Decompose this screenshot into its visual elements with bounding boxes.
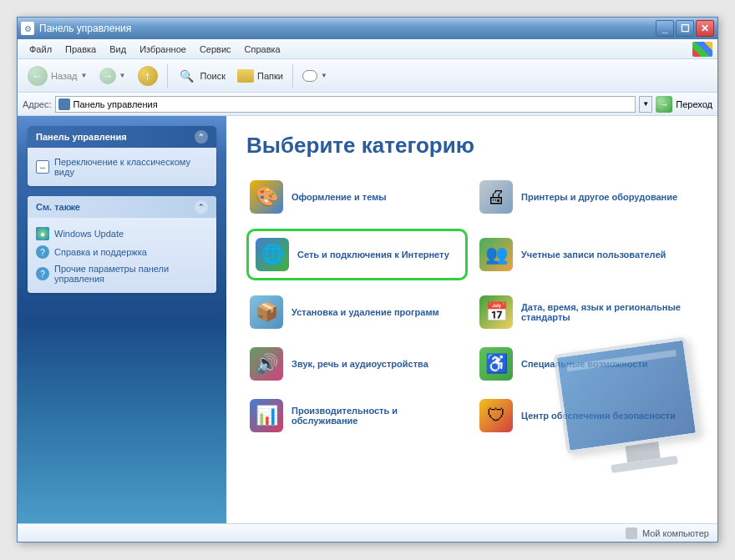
chevron-down-icon: ▼ (119, 72, 126, 79)
category-label: Сеть и подключения к Интернету (297, 250, 449, 260)
address-dropdown[interactable]: ▼ (639, 96, 652, 113)
arrow-right-icon: → (99, 68, 116, 84)
search-button[interactable]: 🔍 Поиск (172, 63, 231, 89)
folders-icon (237, 69, 254, 83)
statusbar: Мой компьютер (18, 523, 717, 542)
forward-button[interactable]: → ▼ (94, 64, 131, 88)
collapse-icon[interactable]: ⌃ (195, 200, 208, 214)
window-title: Панель управления (39, 23, 656, 34)
address-input[interactable]: Панель управления (55, 96, 636, 113)
go-label: Переход (676, 99, 712, 109)
menu-view[interactable]: Вид (103, 42, 133, 57)
category-label: Дата, время, язык и региональные стандар… (521, 302, 694, 322)
toolbar: ← Назад ▼ → ▼ ↑ 🔍 Поиск Папки ▼ (18, 59, 717, 93)
control-panel-icon (58, 98, 70, 110)
category-label: Центр обеспечения безопасности (521, 411, 676, 421)
date-icon: 📅 (479, 295, 513, 329)
category-performance[interactable]: 📊Производительность и обслуживание (246, 396, 468, 436)
menu-favorites[interactable]: Избранное (133, 42, 193, 57)
close-button[interactable]: ✕ (696, 20, 714, 37)
address-value: Панель управления (74, 99, 158, 109)
arrow-left-icon: ← (28, 66, 48, 86)
category-security[interactable]: 🛡Центр обеспечения безопасности (476, 396, 697, 436)
sidebar-panel-see-also: См. также ⌃ ● Windows Update ? Справка и… (28, 196, 216, 293)
computer-icon (626, 527, 637, 539)
page-heading: Выберите категорию (246, 133, 697, 159)
help-icon: ? (36, 267, 49, 280)
sidebar: Панель управления ⌃ ↔ Переключение к кла… (18, 116, 226, 523)
menu-tools[interactable]: Сервис (193, 42, 238, 57)
search-icon: 🔍 (177, 66, 197, 86)
category-users[interactable]: 👥Учетные записи пользователей (476, 229, 697, 280)
menu-help[interactable]: Справка (238, 42, 287, 57)
users-icon: 👥 (479, 238, 513, 271)
control-panel-window: ⚙ Панель управления _ ☐ ✕ Файл Правка Ви… (17, 17, 718, 542)
category-label: Производительность и обслуживание (291, 406, 464, 426)
go-button[interactable]: → (656, 96, 672, 113)
views-icon (302, 70, 317, 82)
separator (292, 64, 293, 88)
folders-button[interactable]: Папки (232, 66, 288, 86)
security-icon: 🛡 (479, 399, 513, 432)
main-area: Панель управления ⌃ ↔ Переключение к кла… (18, 116, 717, 523)
category-date[interactable]: 📅Дата, время, язык и региональные станда… (476, 292, 697, 332)
link-label: Переключение к классическому виду (54, 157, 208, 177)
category-network[interactable]: 🌐Сеть и подключения к Интернету (246, 229, 468, 280)
windows-logo-icon (692, 42, 712, 57)
switch-view-icon: ↔ (36, 160, 49, 174)
category-sound[interactable]: 🔊Звук, речь и аудиоустройства (246, 344, 468, 384)
minimize-button[interactable]: _ (656, 20, 674, 37)
other-options-link[interactable]: ? Прочие параметры панели управления (36, 261, 208, 286)
sound-icon: 🔊 (250, 347, 283, 381)
search-label: Поиск (200, 71, 226, 81)
addressbar: Адрес: Панель управления ▼ → Переход (18, 93, 717, 116)
link-label: Справка и поддержка (54, 247, 147, 257)
switch-classic-view-link[interactable]: ↔ Переключение к классическому виду (36, 154, 208, 179)
link-label: Windows Update (54, 229, 124, 239)
performance-icon: 📊 (250, 399, 283, 432)
content-area: Выберите категорию 🎨Оформление и темы🖨Пр… (226, 116, 717, 523)
category-label: Установка и удаление программ (291, 307, 439, 317)
control-panel-icon: ⚙ (21, 22, 34, 35)
category-printer[interactable]: 🖨Принтеры и другое оборудование (476, 177, 697, 217)
menu-edit[interactable]: Правка (58, 42, 103, 57)
menubar: Файл Правка Вид Избранное Сервис Справка (18, 39, 717, 59)
address-label: Адрес: (23, 99, 52, 109)
status-text: Мой компьютер (642, 528, 709, 538)
help-icon: ? (36, 245, 49, 259)
category-programs[interactable]: 📦Установка и удаление программ (246, 292, 468, 332)
category-label: Звук, речь и аудиоустройства (291, 359, 428, 369)
titlebar[interactable]: ⚙ Панель управления _ ☐ ✕ (18, 18, 717, 39)
back-label: Назад (51, 71, 78, 81)
link-label: Прочие параметры панели управления (54, 264, 208, 284)
category-accessibility[interactable]: ♿Специальные возможности (476, 344, 697, 384)
sidebar-panel-control-panel: Панель управления ⌃ ↔ Переключение к кла… (28, 126, 216, 186)
chevron-down-icon: ▼ (81, 72, 88, 79)
folder-up-icon: ↑ (138, 66, 158, 86)
panel-header[interactable]: Панель управления ⌃ (28, 126, 216, 148)
panel-title: Панель управления (36, 132, 127, 142)
help-support-link[interactable]: ? Справка и поддержка (36, 243, 208, 261)
panel-header[interactable]: См. также ⌃ (28, 196, 216, 218)
folders-label: Папки (257, 71, 283, 81)
printer-icon: 🖨 (479, 180, 513, 214)
separator (167, 64, 168, 88)
network-icon: 🌐 (256, 238, 289, 271)
back-button[interactable]: ← Назад ▼ (23, 63, 93, 89)
chevron-down-icon: ▼ (321, 72, 327, 79)
views-button[interactable]: ▼ (297, 67, 332, 85)
category-label: Принтеры и другое оборудование (521, 192, 677, 202)
accessibility-icon: ♿ (479, 347, 513, 381)
windows-update-link[interactable]: ● Windows Update (36, 225, 208, 243)
category-palette[interactable]: 🎨Оформление и темы (246, 177, 468, 217)
category-label: Специальные возможности (521, 359, 648, 369)
programs-icon: 📦 (250, 295, 283, 329)
panel-title: См. также (36, 202, 80, 212)
up-button[interactable]: ↑ (133, 63, 163, 89)
menu-file[interactable]: Файл (23, 42, 58, 57)
category-label: Оформление и темы (291, 192, 387, 202)
category-grid: 🎨Оформление и темы🖨Принтеры и другое обо… (246, 177, 697, 436)
palette-icon: 🎨 (250, 180, 283, 214)
maximize-button[interactable]: ☐ (676, 20, 694, 37)
collapse-icon[interactable]: ⌃ (195, 130, 208, 144)
